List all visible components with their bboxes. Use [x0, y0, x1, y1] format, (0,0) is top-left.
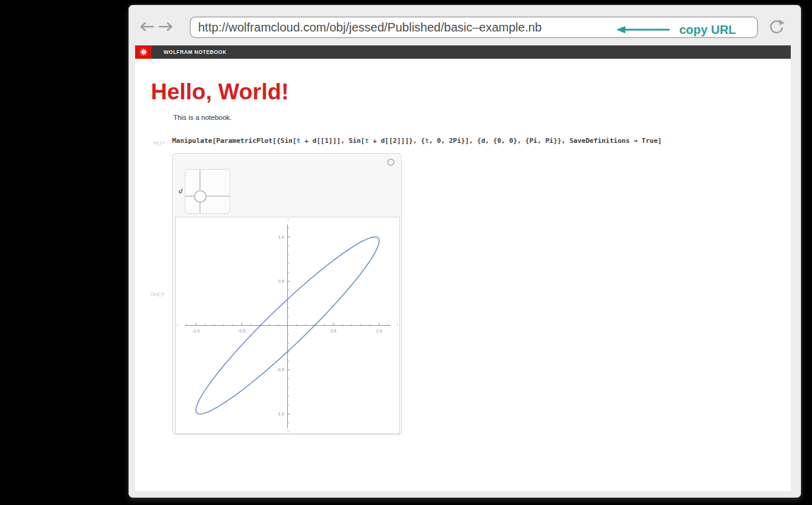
- code-cell[interactable]: Manipulate[ParametricPlot[{Sin[t + d[[1]…: [172, 137, 662, 145]
- svg-text:0.5: 0.5: [330, 329, 336, 333]
- slider-thumb[interactable]: [194, 190, 207, 203]
- svg-text:-0.5: -0.5: [238, 329, 245, 333]
- svg-text:1.0: 1.0: [278, 235, 284, 239]
- brand-label: WOLFRAM NOTEBOOK: [164, 49, 227, 55]
- plot-frame: -1.0-0.50.51.0-1.0-0.50.51.0: [175, 217, 400, 434]
- notebook-toolbar: WOLFRAM NOTEBOOK: [135, 45, 791, 59]
- control-label: d: [178, 188, 182, 194]
- slider-horizontal-guide: [185, 196, 230, 197]
- svg-text:-0.5: -0.5: [277, 368, 284, 372]
- manipulate-panel: d -1.0-0.50.51.0-1.0-0.50.51.0: [172, 153, 402, 435]
- text-cell: This is a notebook.: [173, 114, 232, 121]
- url-input[interactable]: [191, 21, 622, 35]
- in-cell-label: In[·]:=: [153, 140, 165, 145]
- browser-window: copy URL WOLFRAM NOTEBOOK Hello, World! …: [128, 5, 801, 498]
- notebook-page: Hello, World! This is a notebook. In[·]:…: [135, 59, 791, 491]
- wolfram-spikey-icon: [139, 47, 148, 57]
- manipulate-menu-icon[interactable]: [387, 159, 394, 166]
- forward-icon[interactable]: [158, 22, 174, 31]
- svg-text:0.5: 0.5: [278, 279, 284, 283]
- back-icon[interactable]: [139, 22, 155, 31]
- plot-svg: -1.0-0.50.51.0-1.0-0.50.51.0: [176, 217, 399, 434]
- svg-text:-1.0: -1.0: [192, 329, 199, 333]
- out-cell-label: Out[·]=: [151, 291, 165, 297]
- url-bar: [190, 16, 758, 38]
- page-title: Hello, World!: [151, 79, 288, 105]
- reload-icon[interactable]: [768, 18, 786, 36]
- wolfram-logo: [135, 45, 151, 59]
- svg-text:-1.0: -1.0: [277, 412, 284, 416]
- svg-text:1.0: 1.0: [376, 329, 382, 333]
- slider-2d[interactable]: [185, 169, 230, 214]
